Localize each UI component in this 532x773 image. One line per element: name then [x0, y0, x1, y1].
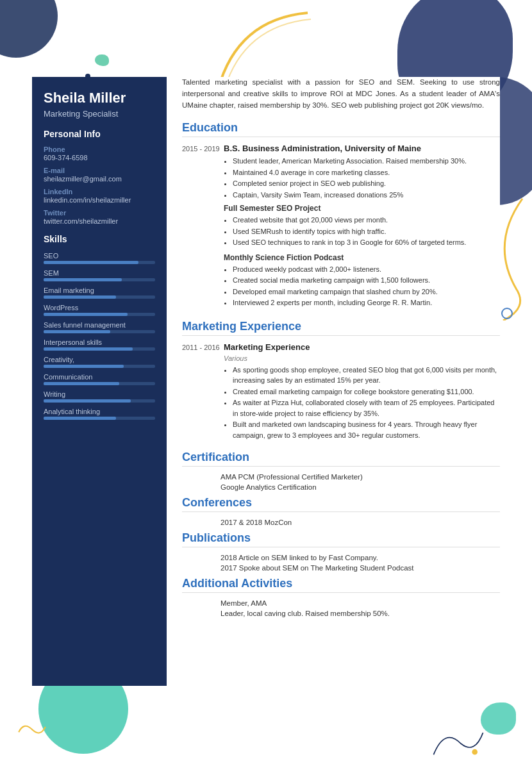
pub-list: 2018 Article on SEM linked to by Fast Co…: [182, 554, 500, 572]
skill-name: Writing: [44, 390, 155, 398]
main-content: Talented marketing specialist with a pas…: [167, 77, 500, 686]
podcast-bullets: Produced weekly podcast with 2,000+ list…: [224, 264, 500, 308]
activities-title: Additional Activities: [182, 577, 500, 593]
skill-bar-fill: [44, 278, 122, 281]
skill-name: WordPress: [44, 304, 155, 312]
conf-item: 2017 & 2018 MozCon: [182, 519, 500, 526]
skill-name: SEM: [44, 269, 155, 277]
skill-bar-fill: [44, 347, 133, 351]
skill-name: Analytical thinking: [44, 408, 155, 415]
skill-name: SEO: [44, 252, 155, 260]
small-circle-right: [501, 308, 513, 319]
green-blob-shape: [95, 54, 109, 66]
list-item: Used SEO techniques to rank in top 3 in …: [233, 237, 500, 248]
email-value: sheilazmiller@gmail.com: [44, 175, 155, 183]
skill-bar-bg: [44, 330, 155, 333]
skill-item: Analytical thinking: [44, 408, 155, 420]
marketing-entry: 2011 - 2016 Marketing Experience Various…: [182, 342, 500, 445]
br-squiggle: [426, 722, 490, 760]
skill-item: Interpersonal skills: [44, 338, 155, 351]
list-item: Captain, Varsity Swim Team, increased do…: [233, 190, 500, 201]
skill-item: Sales funnel management: [44, 321, 155, 333]
skill-item: SEO: [44, 252, 155, 264]
skill-name: Communication: [44, 373, 155, 381]
skill-bar-bg: [44, 295, 155, 299]
list-item: Student leader, American Marketing Assoc…: [233, 156, 500, 167]
list-item: Produced weekly podcast with 2,000+ list…: [233, 264, 500, 275]
br-teal-blob: [481, 702, 516, 735]
education-entry: 2015 - 2019 B.S. Business Administration…: [182, 144, 500, 313]
list-item: As sporting goods shop employee, created…: [233, 365, 500, 386]
pub-item: 2017 Spoke about SEM on The Marketing St…: [182, 564, 500, 572]
seo-project-title: Full Semester SEO Project: [224, 204, 500, 213]
bl-yellow-squiggle: [16, 719, 48, 738]
email-label: E-mail: [44, 167, 155, 174]
summary-text: Talented marketing specialist with a pas…: [182, 77, 500, 111]
person-name: Sheila Miller: [44, 90, 155, 106]
sub-entry-podcast: Monthly Science Fiction Podcast Produced…: [224, 253, 500, 308]
list-item: Created website that got 20,000 views pe…: [233, 215, 500, 226]
skill-bar-fill: [44, 382, 119, 385]
publications-title: Publications: [182, 531, 500, 547]
phone-value: 609-374-6598: [44, 154, 155, 162]
skill-bar-fill: [44, 417, 116, 420]
skill-bar-fill: [44, 365, 124, 368]
skill-bar-fill: [44, 330, 110, 333]
list-item: Developed email marketing campaign that …: [233, 287, 500, 297]
skill-bar-fill: [44, 399, 131, 403]
skill-bar-bg: [44, 313, 155, 316]
skill-bar-bg: [44, 365, 155, 368]
list-item: As waiter at Pizza Hut, collaborated clo…: [233, 397, 500, 419]
skills-title: Skills: [44, 234, 155, 244]
skill-bar-fill: [44, 261, 138, 264]
skill-bar-bg: [44, 261, 155, 264]
education-content: B.S. Business Administration, University…: [224, 144, 500, 313]
cert-item: Google Analytics Certification: [182, 483, 500, 491]
skill-item: WordPress: [44, 304, 155, 316]
skill-bar-bg: [44, 278, 155, 281]
skills-list: SEO SEM Email marketing WordPress Sales …: [44, 252, 155, 420]
marketing-content: Marketing Experience Various As sporting…: [224, 342, 500, 445]
cert-item: AMA PCM (Professional Certified Marketer…: [182, 473, 500, 481]
marketing-bullets: As sporting goods shop employee, created…: [224, 365, 500, 441]
act-list: Member, AMALeader, local caving club. Ra…: [182, 599, 500, 617]
education-section-title: Education: [182, 121, 500, 137]
marketing-dates: 2011 - 2016: [182, 342, 224, 445]
twitter-label: Twitter: [44, 209, 155, 217]
sidebar: Sheila Miller Marketing Specialist Perso…: [32, 77, 167, 686]
linkedin-label: LinkedIn: [44, 188, 155, 195]
skill-name: Email marketing: [44, 287, 155, 294]
tl-circle-shape: [0, 0, 58, 58]
list-item: Used SEMRush to identify topics with hig…: [233, 226, 500, 237]
conf-list: 2017 & 2018 MozCon: [182, 519, 500, 526]
act-item: Member, AMA: [182, 599, 500, 607]
phone-label: Phone: [44, 145, 155, 153]
list-item: Maintained 4.0 average in core marketing…: [233, 167, 500, 178]
marketing-entry-title: Marketing Experience: [224, 342, 500, 352]
svg-point-0: [472, 749, 478, 755]
list-item: Created email marketing campaign for col…: [233, 386, 500, 397]
linkedin-value: linkedin.com/in/sheilazmiller: [44, 196, 155, 204]
sub-entry-seo: Full Semester SEO Project Created websit…: [224, 204, 500, 248]
education-dates: 2015 - 2019: [182, 144, 224, 313]
skill-item: Creativity,: [44, 356, 155, 368]
skill-item: Email marketing: [44, 287, 155, 299]
seo-bullets: Created website that got 20,000 views pe…: [224, 215, 500, 248]
cert-list: AMA PCM (Professional Certified Marketer…: [182, 473, 500, 491]
skill-name: Sales funnel management: [44, 321, 155, 329]
skill-bar-fill: [44, 295, 116, 299]
skill-item: SEM: [44, 269, 155, 281]
skill-bar-fill: [44, 313, 128, 316]
skill-bar-bg: [44, 399, 155, 403]
resume-container: Sheila Miller Marketing Specialist Perso…: [32, 77, 500, 686]
list-item: Interviewed 2 experts per month, includi…: [233, 297, 500, 308]
skill-item: Communication: [44, 373, 155, 385]
skill-bar-bg: [44, 382, 155, 385]
education-title: B.S. Business Administration, University…: [224, 144, 500, 153]
personal-info-title: Personal Info: [44, 129, 155, 139]
podcast-title: Monthly Science Fiction Podcast: [224, 253, 500, 262]
person-title: Marketing Specialist: [44, 109, 155, 119]
marketing-subtitle: Various: [224, 354, 500, 362]
skill-name: Creativity,: [44, 356, 155, 363]
list-item: Completed senior project in SEO web publ…: [233, 178, 500, 189]
